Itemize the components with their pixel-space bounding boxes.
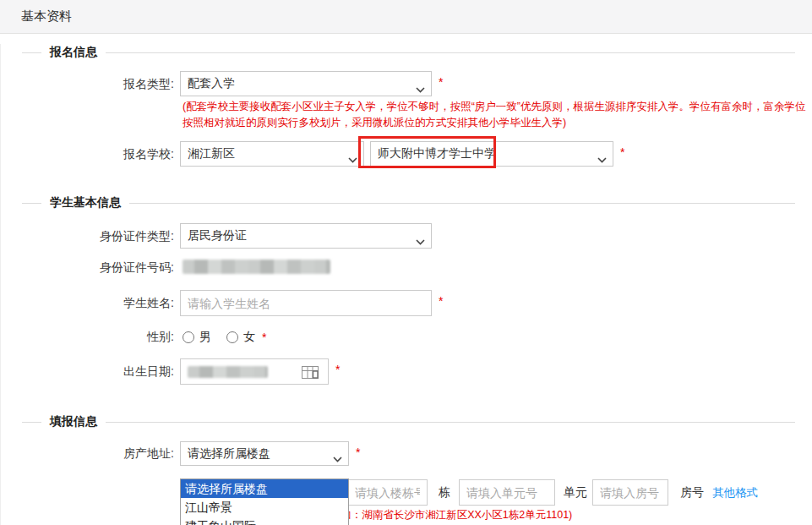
unit-number-input[interactable] xyxy=(459,479,555,506)
gender-male-label: 男 xyxy=(199,330,211,345)
dropdown-option[interactable]: 建工象山国际 xyxy=(181,517,348,525)
chevron-down-icon xyxy=(597,152,607,166)
student-name-row: 学生姓名: * xyxy=(1,290,812,316)
signup-type-label: 报名类型: xyxy=(1,71,174,96)
gender-label: 性别: xyxy=(1,330,174,345)
calendar-icon[interactable] xyxy=(301,365,319,380)
id-number-label: 身份证件号码: xyxy=(1,259,174,276)
id-number-redacted-value xyxy=(183,260,330,274)
school-value: 师大附中博才学士中学 xyxy=(378,146,496,161)
signup-school-label: 报名学校: xyxy=(1,141,174,167)
id-type-label: 身份证件类型: xyxy=(1,223,174,249)
estate-select-value: 请选择所属楼盘 xyxy=(188,446,270,462)
student-name-label: 学生姓名: xyxy=(1,290,174,316)
property-address-label: 房产地址: xyxy=(1,441,174,466)
chevron-down-icon xyxy=(416,234,425,248)
required-asterisk: * xyxy=(356,446,360,459)
room-number-input[interactable] xyxy=(592,479,668,506)
birth-date-row: 出生日期: * xyxy=(1,358,812,385)
required-asterisk: * xyxy=(439,75,443,89)
gender-female-label: 女 xyxy=(243,330,255,345)
property-address-row: 房产地址: 请选择所属楼盘 * xyxy=(1,441,812,466)
fill-section-body: 房产地址: 请选择所属楼盘 * 栋 单元 房号 其他格式 (如：湖南省长沙市湘江… xyxy=(1,441,812,523)
legend-line xyxy=(22,422,41,423)
section-title-student: 学生基本信息 xyxy=(50,195,121,211)
school-select[interactable]: 师大附中博才学士中学 xyxy=(370,141,613,167)
form-content: 报名信息 报名类型: 配套入学 * (配套学校主要接收配套小区业主子女入学，学位… xyxy=(0,44,812,525)
room-suffix-label: 房号 xyxy=(680,485,704,500)
signup-type-select[interactable]: 配套入学 xyxy=(180,71,432,96)
birth-date-redacted-value xyxy=(188,366,268,378)
student-name-input[interactable] xyxy=(180,290,432,316)
page-title: 基本资料 xyxy=(21,8,72,25)
chevron-down-icon xyxy=(348,152,357,166)
legend-line xyxy=(106,422,795,423)
building-suffix-label: 栋 xyxy=(439,485,450,500)
legend-line xyxy=(106,52,795,53)
required-asterisk: * xyxy=(335,363,340,376)
section-legend-signup: 报名信息 xyxy=(22,44,795,61)
estate-dropdown-list: 请选择所属楼盘 江山帝景 建工象山国际 xyxy=(180,479,349,525)
other-format-link[interactable]: 其他格式 xyxy=(712,485,758,500)
address-example-note: (如：湖南省长沙市湘江新区XX小区1栋2单元1101) xyxy=(337,507,812,523)
id-type-select[interactable]: 居民身份证 xyxy=(180,223,432,249)
dropdown-option[interactable]: 请选择所属楼盘 xyxy=(181,479,348,498)
section-title-signup: 报名信息 xyxy=(50,45,97,60)
gender-male-radio[interactable] xyxy=(183,331,194,343)
chevron-down-icon xyxy=(416,82,425,96)
section-legend-student: 学生基本信息 xyxy=(22,194,795,211)
gender-female-radio[interactable] xyxy=(226,331,238,343)
required-asterisk: * xyxy=(439,294,443,308)
section-title-fill: 填报信息 xyxy=(50,414,97,429)
birth-date-label: 出生日期: xyxy=(1,358,174,385)
signup-type-value: 配套入学 xyxy=(188,76,235,91)
signup-type-note: (配套学校主要接收配套小区业主子女入学，学位不够时，按照“房户一致”优先原则，根… xyxy=(183,99,809,131)
required-asterisk: * xyxy=(620,145,624,159)
page-header: 基本资料 xyxy=(0,0,812,34)
dropdown-option[interactable]: 江山帝景 xyxy=(181,498,348,517)
signup-school-row: 报名学校: 湘江新区 师大附中博才学士中学 * xyxy=(1,141,812,167)
district-select[interactable]: 湘江新区 xyxy=(180,141,364,167)
section-legend-fill: 填报信息 xyxy=(22,413,795,430)
address-detail-row: 栋 单元 房号 其他格式 xyxy=(347,479,812,506)
birth-date-input[interactable] xyxy=(180,358,329,385)
gender-row: 性别: 男 女 * xyxy=(1,330,812,345)
chevron-down-icon xyxy=(333,451,342,465)
legend-line xyxy=(129,203,795,204)
id-type-row: 身份证件类型: 居民身份证 xyxy=(1,223,812,249)
id-number-row: 身份证件号码: xyxy=(1,259,812,276)
estate-select[interactable]: 请选择所属楼盘 xyxy=(180,441,349,466)
legend-line xyxy=(22,203,41,204)
signup-type-row: 报名类型: 配套入学 * xyxy=(1,71,812,96)
district-value: 湘江新区 xyxy=(188,146,235,161)
unit-suffix-label: 单元 xyxy=(564,485,587,500)
legend-line xyxy=(22,52,41,53)
required-asterisk: * xyxy=(262,331,266,344)
building-number-input[interactable] xyxy=(347,479,428,506)
id-type-value: 居民身份证 xyxy=(188,228,247,243)
